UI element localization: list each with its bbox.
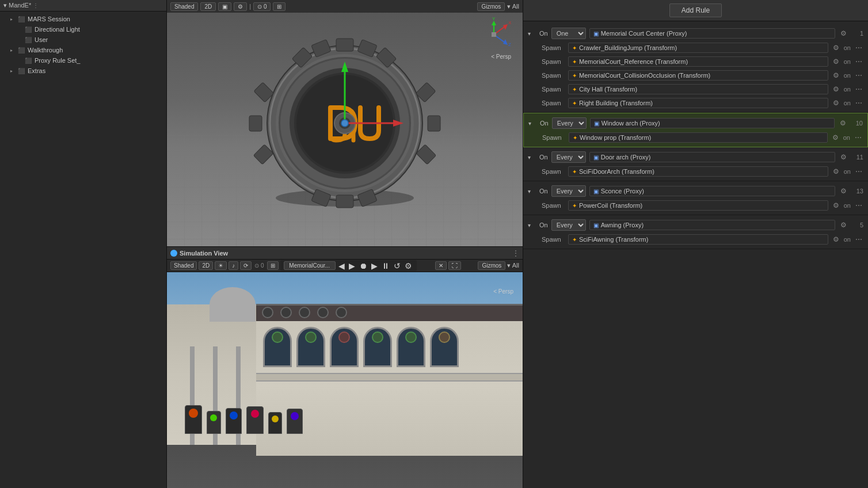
sim-all-label: ▾ All — [507, 262, 519, 269]
persp-label: < Persp — [477, 54, 511, 60]
spawn-settings-icon[interactable]: ⚙ — [832, 71, 840, 79]
shaded-button[interactable]: Shaded — [170, 2, 198, 11]
sim-record-button[interactable]: ⟳ — [240, 261, 252, 270]
on-label: On — [540, 120, 549, 127]
condition-dropdown-5[interactable]: One Every — [551, 219, 586, 231]
spawn-settings-icon[interactable]: ⚙ — [831, 134, 840, 142]
proxy-icon: ▣ — [594, 120, 599, 127]
rule-settings-icon[interactable]: ⚙ — [839, 221, 848, 229]
spawn-dots-icon[interactable]: ⋯ — [854, 58, 863, 66]
spawn-icon: ✦ — [572, 59, 577, 65]
spawn-field-5a: ✦ SciFiAwning (Transform) — [568, 234, 828, 245]
viewport-top: Shaded 2D ▣ ⚙ | ⊙ 0 ⊞ Gizmos ▾ All — [167, 0, 523, 246]
spawn-settings-icon[interactable]: ⚙ — [832, 201, 840, 209]
tree-item-extras[interactable]: ▸ ⬛ Extras — [0, 66, 166, 76]
spawn-field-10a: ✦ Window prop (Transform) — [569, 132, 828, 143]
gear-object — [247, 34, 443, 212]
sim-close-button[interactable]: ✕ — [435, 261, 447, 270]
sequence-label[interactable]: MemorialCour... — [284, 261, 336, 270]
spawn-icon: ✦ — [572, 169, 577, 175]
rules-header: Add Rule — [523, 0, 868, 21]
rule-settings-icon[interactable]: ⚙ — [838, 119, 848, 127]
spawn-dots-icon[interactable]: ⋯ — [854, 99, 863, 107]
spawn-dots-icon[interactable]: ⋯ — [854, 71, 863, 79]
toggle-arrow[interactable]: ▾ — [528, 120, 536, 127]
spawn-settings-icon[interactable]: ⚙ — [832, 85, 840, 93]
gear-scene: Y X Z < Persp — [167, 0, 523, 246]
toggle-arrow[interactable]: ▾ — [528, 222, 536, 228]
rule-row-5: ▾ On One Every ▣ Awning (Proxy) ⚙ 5 — [523, 218, 868, 232]
spawn-on-label: on — [844, 236, 851, 243]
tree-item-proxy-rule-set[interactable]: ⬛ Proxy Rule Set_ — [0, 55, 166, 66]
spawn-label: Spawn — [542, 202, 565, 209]
add-rule-button[interactable]: Add Rule — [669, 3, 722, 17]
pause-button[interactable]: ⏸ — [380, 262, 391, 270]
rule-settings-icon[interactable]: ⚙ — [839, 153, 848, 161]
settings-play-button[interactable]: ⚙ — [403, 262, 413, 270]
spawn-dots-icon[interactable]: ⋯ — [854, 167, 863, 176]
settings-button[interactable]: ⚙ — [234, 2, 247, 11]
spawn-row-1b: Spawn ✦ MemorialCourt_Reference (Transfo… — [523, 55, 868, 68]
prev-button[interactable]: ◀ — [337, 262, 346, 270]
spawn-row-1d: Spawn ✦ City Hall (Transform) ⚙ on ⋯ — [523, 82, 868, 96]
spawn-dots-icon[interactable]: ⋯ — [854, 235, 863, 243]
condition-dropdown-13[interactable]: One Every — [551, 185, 586, 197]
mode-2d-button[interactable]: 2D — [200, 2, 216, 11]
spawn-settings-icon[interactable]: ⚙ — [832, 58, 840, 66]
spawn-dots-icon[interactable]: ⋯ — [854, 44, 863, 52]
hierarchy-panel: ▾ MandE* ⋮ ▸ ⬛ MARS Session ⬛ Directiona… — [0, 0, 167, 488]
spawn-dots-icon[interactable]: ⋯ — [854, 134, 863, 142]
next-button[interactable]: ▶ — [348, 262, 356, 270]
proxy-icon: ▣ — [593, 222, 599, 228]
tree-label: Extras — [28, 67, 45, 74]
rule-settings-icon[interactable]: ⚙ — [839, 29, 848, 37]
condition-dropdown-1[interactable]: One Every — [551, 28, 586, 39]
sim-shaded-button[interactable]: Shaded — [170, 261, 197, 270]
spawn-on-label: on — [844, 168, 851, 175]
spawn-settings-icon[interactable]: ⚙ — [832, 235, 840, 243]
loop-button[interactable]: ↺ — [393, 262, 402, 270]
spawn-label: Spawn — [542, 58, 565, 65]
gizmos-button[interactable]: Gizmos — [477, 2, 505, 11]
rule-group-5: ▾ On One Every ▣ Awning (Proxy) ⚙ 5 Spaw… — [523, 215, 868, 249]
toggle-arrow[interactable]: ▾ — [528, 30, 536, 37]
sim-layout-button[interactable]: ⊞ — [267, 261, 279, 270]
sim-2d-button[interactable]: 2D — [199, 261, 213, 270]
svg-text:Y: Y — [492, 17, 496, 21]
sim-persp-label: < Persp — [493, 288, 513, 295]
sim-light-button[interactable]: ☀ — [215, 261, 227, 270]
condition-dropdown-11[interactable]: One Every — [551, 151, 586, 163]
play-button[interactable]: ▶ — [370, 262, 379, 270]
snap-button[interactable]: ⊙ 0 — [253, 2, 271, 11]
spawn-text: SciFiDoorArch (Transform) — [579, 168, 824, 175]
cube-icon: ⬛ — [17, 46, 25, 54]
toggle-arrow[interactable]: ▾ — [528, 154, 536, 161]
condition-dropdown-10[interactable]: One Every — [552, 117, 587, 129]
simulation-view-label: Simulation View — [180, 250, 228, 257]
hierarchy-header: ▾ MandE* ⋮ — [0, 0, 166, 12]
tree-item-walkthrough[interactable]: ▸ ⬛ Walkthrough — [0, 45, 166, 55]
sim-expand-button[interactable]: ⛶ — [448, 261, 461, 270]
sim-audio-button[interactable]: ♪ — [229, 261, 238, 270]
sim-gizmos-button[interactable]: Gizmos — [478, 261, 505, 270]
spawn-settings-icon[interactable]: ⚙ — [832, 99, 840, 107]
spawn-settings-icon[interactable]: ⚙ — [832, 44, 840, 52]
tree-item-mars-session[interactable]: ▸ ⬛ MARS Session — [0, 14, 166, 24]
tree-item-directional-light[interactable]: ⬛ Directional Light — [0, 24, 166, 35]
arch-windows — [256, 321, 523, 373]
rule-number-10: 10 — [851, 120, 863, 127]
spawn-label: Spawn — [542, 72, 565, 79]
transform-button[interactable]: ⊞ — [273, 2, 285, 11]
sim-menu-button[interactable]: ⋮ — [512, 249, 519, 257]
cornice — [256, 373, 523, 382]
toggle-arrow[interactable]: ▾ — [528, 188, 536, 195]
record-button[interactable]: ⏺ — [358, 262, 368, 270]
spawn-dots-icon[interactable]: ⋯ — [854, 201, 863, 209]
spawn-dots-icon[interactable]: ⋯ — [854, 85, 863, 93]
mode-button[interactable]: ▣ — [218, 2, 231, 11]
spawn-field-1a: ✦ Crawler_BuildingJump (Transform) — [568, 43, 828, 53]
rule-settings-icon[interactable]: ⚙ — [839, 187, 848, 195]
gear-svg — [247, 34, 443, 212]
spawn-settings-icon[interactable]: ⚙ — [832, 167, 840, 176]
tree-item-user[interactable]: ⬛ User — [0, 35, 166, 45]
